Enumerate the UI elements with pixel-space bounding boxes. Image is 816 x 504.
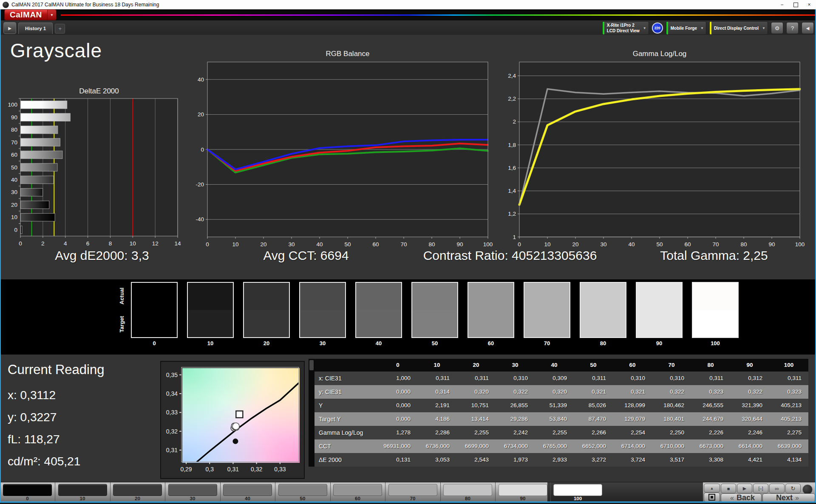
y-axis-label: 80 [11,127,17,133]
add-tab-button[interactable]: + [55,24,65,34]
close-button[interactable]: × [802,0,816,9]
summary-label: Avg CCT: [263,248,317,262]
table-cell: 0,000 [378,399,417,412]
pattern-cell-30[interactable]: 30 [165,482,221,502]
table-corner-cell [314,359,378,372]
gamma-loglog-chart: Gamma Log/Log2,42,221,81,61,41,210102030… [504,48,807,252]
x-axis-label: 50 [344,241,351,248]
actual-swatch [132,283,177,310]
pattern-swatch [168,484,217,496]
y-axis-label: 1,2 [508,211,516,217]
summary-item-3: Total Gamma: 2,25 [612,248,816,272]
chart-title: RGB Balance [326,50,370,58]
pattern-cell-100[interactable]: 100 [550,482,605,502]
pattern-level-label: 60 [330,496,385,501]
pattern-cell-10[interactable]: 10 [55,482,110,502]
x-axis-label: 30 [600,241,606,248]
pattern-cell-60[interactable]: 60 [330,482,385,502]
x-axis-label: 8 [109,240,112,247]
table-scroll-strip[interactable] [309,359,314,467]
deltae-bar-60 [21,151,62,158]
pattern-level-label: 100 [550,496,605,501]
maximize-icon [793,3,798,7]
x-axis-label: 40 [316,241,323,248]
actual-swatch [412,283,457,310]
swatch-level-label: 90 [636,340,683,346]
table-cell: 6765,000 [535,439,574,453]
minimize-button[interactable]: − [775,0,789,9]
swatch-box [299,282,346,338]
table-cell: 0,321 [613,385,652,399]
cie-y-label: 0,35 [166,372,178,378]
table-cell: 2,543 [456,453,496,467]
stop-measure-button[interactable]: ■ [721,484,736,493]
pattern-cell-0[interactable]: 0 [0,482,55,502]
play-icon: ▶ [8,26,11,31]
summary-value: 3,3 [128,248,149,262]
single-measure-button[interactable]: [–] [753,484,768,493]
pattern-cell-70[interactable]: 70 [385,482,441,502]
swatch-level-label: 40 [355,340,402,346]
pattern-window-button[interactable] [704,493,720,502]
tab-history-1[interactable]: History 1 [18,23,53,34]
table-row: Target Y0,0004,18613,41429,28653,84087,4… [314,412,808,426]
infinity-icon: ∞ [775,485,779,492]
rgb-balance-chart: RGB Balance40200-20-40010203040506070809… [192,48,495,252]
pattern-cell-40[interactable]: 40 [220,482,275,502]
row-label: Target Y [314,412,378,426]
meter-count-badge[interactable]: 220 [652,23,663,34]
table-cell: 128,099 [613,399,652,412]
table-cell: 2,266 [574,426,613,439]
collapse-left-icon: ◄ [805,25,810,31]
logo-dropdown-button[interactable]: ▼ [47,9,57,20]
back-label: Back [737,493,755,502]
collapse-panel-button[interactable]: ◄ [802,22,814,34]
y-axis-label: 1,4 [508,188,516,194]
y-axis-label: 20 [198,111,204,118]
table-cell: 6699,000 [456,439,496,453]
table-cell: 2,255 [456,426,496,439]
meter-dropdown[interactable]: X-Rite i1Pro 2 LCD Direct View ▼ [602,21,649,35]
continuous-measure-button[interactable]: ∞ [769,484,785,493]
target-swatch [693,310,738,337]
table-cell: 2,226 [691,426,730,439]
table-cell: 13,414 [456,412,496,426]
settings-button[interactable]: ⚙ [771,22,783,34]
y-axis-label: 2 [513,118,516,125]
pattern-cell-80[interactable]: 80 [440,482,496,502]
table-cell: 2,254 [613,426,652,439]
table-row: y: CIE310,0000,3140,3200,3220,3200,3210,… [314,385,808,399]
maximize-button[interactable] [789,0,802,9]
actual-swatch [693,283,738,310]
close-icon: × [808,2,810,8]
deltae-bar-20 [21,201,49,208]
workflow-nav-button[interactable]: ▶ [3,22,16,34]
pattern-panel-up-button[interactable]: ▲ [704,484,720,493]
pattern-swatch [113,484,162,496]
pattern-cell-90[interactable]: 90 [496,482,551,502]
start-measure-button[interactable]: ▶ [737,484,752,493]
pattern-swatch [499,484,547,496]
table-cell: 405,213 [769,399,808,412]
target-swatch [132,310,177,337]
calman-logo-menu[interactable]: CalMAN ▼ [4,9,57,20]
chevron-down-icon: ▼ [641,26,649,30]
next-button[interactable]: Next » [762,493,815,502]
table-scroll-handle[interactable] [309,360,314,370]
display-control-dropdown[interactable]: Direct Display Control ▼ [709,21,768,35]
window-edge-left [0,9,1,501]
back-button[interactable]: « Back [721,493,762,502]
table-cell: 3,272 [574,453,613,467]
pattern-cell-20[interactable]: 20 [110,482,165,502]
grayscale-swatch-20: 20 [243,282,290,346]
help-button[interactable]: ? [786,22,799,34]
source-dropdown[interactable]: Mobile Forge ▼ [666,21,706,35]
summary-value: 2,25 [740,248,768,262]
x-axis-label: 0 [206,241,209,248]
tab-bar: ▶ History 1 + X-Rite i1Pro 2 LCD Direct … [0,20,816,35]
pattern-cell-50[interactable]: 50 [275,482,331,502]
table-cell: 321,390 [730,399,769,412]
table-cell: 0,320 [535,385,574,399]
gear-icon: ⚙ [775,25,780,31]
refresh-measure-button[interactable]: ↻ [785,484,801,493]
